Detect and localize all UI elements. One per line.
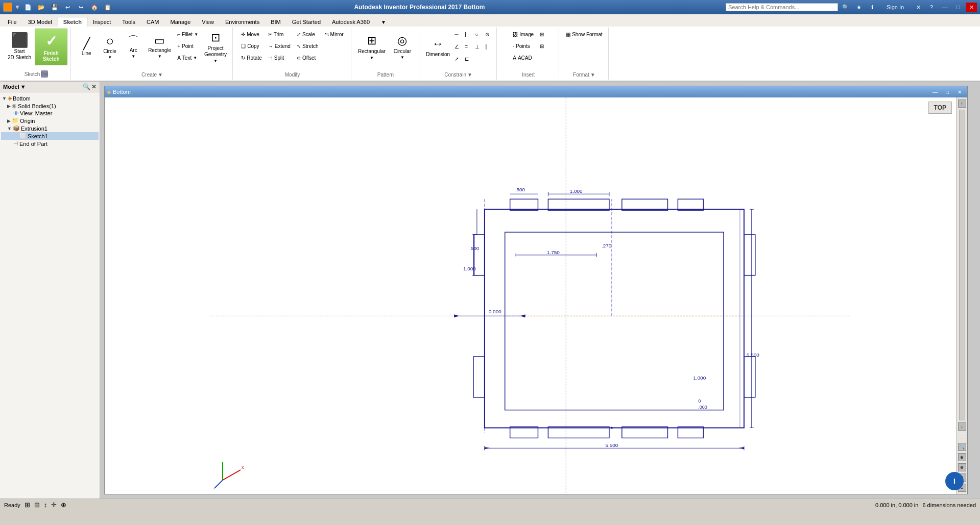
- rpanel-btn-2[interactable]: ↓: [958, 422, 966, 431]
- status-icon-5[interactable]: ⊕: [61, 501, 66, 509]
- circle-btn[interactable]: ○ Circle ▼: [99, 29, 121, 65]
- tab-3dmodel[interactable]: 3D Model: [22, 17, 58, 27]
- file-menu-icon[interactable]: ▼: [14, 4, 20, 11]
- constrain2-btn[interactable]: |: [464, 29, 473, 40]
- constrain5-btn[interactable]: ∠: [453, 41, 463, 52]
- help-btn[interactable]: ?: [926, 3, 937, 12]
- rotate-btn[interactable]: ↻ Rotate: [238, 52, 264, 63]
- drawing-minimize-btn[interactable]: —: [929, 87, 941, 96]
- text-dropdown[interactable]: ▼: [193, 56, 197, 60]
- undo-btn[interactable]: ↩: [62, 3, 74, 12]
- tab-extra[interactable]: ▼: [375, 17, 392, 27]
- info-btn[interactable]: ℹ: [867, 3, 878, 12]
- open-btn[interactable]: 📂: [36, 3, 47, 12]
- acad-btn[interactable]: A ACAD: [510, 52, 536, 63]
- drawing-close-btn[interactable]: ✕: [954, 87, 965, 96]
- text-btn[interactable]: A Text ▼: [175, 52, 201, 63]
- rpanel-btn-1[interactable]: ↑: [958, 99, 966, 108]
- constrain3-btn[interactable]: ○: [474, 29, 483, 40]
- constrain7-btn[interactable]: ⊥: [474, 41, 483, 52]
- tree-item-bottom[interactable]: ▼ ◈ Bottom: [1, 94, 99, 102]
- scale-btn[interactable]: ⤢ Scale: [294, 29, 321, 40]
- constrain10-btn[interactable]: ⊏: [464, 53, 473, 64]
- tab-file[interactable]: File: [2, 17, 22, 27]
- minimize-btn[interactable]: —: [939, 3, 950, 12]
- status-icon-1[interactable]: ⊞: [25, 501, 30, 509]
- home-btn[interactable]: 🏠: [89, 3, 100, 12]
- tree-item-sketch1[interactable]: ⬜ Sketch1: [1, 132, 99, 140]
- create-group-label[interactable]: Create ▼: [75, 71, 229, 79]
- circle-dropdown[interactable]: ▼: [108, 55, 112, 60]
- sign-in-btn[interactable]: Sign In: [880, 3, 911, 12]
- search-input[interactable]: [726, 3, 838, 11]
- rectangle-btn[interactable]: ▭ Rectangle ▼: [146, 29, 174, 65]
- tab-view[interactable]: View: [196, 17, 220, 27]
- rectangular-btn[interactable]: ⊞ Rectangular ▼: [355, 29, 388, 65]
- arc-btn[interactable]: ⌒ Arc ▼: [122, 29, 145, 65]
- insert-extra2[interactable]: ⊞: [537, 40, 546, 52]
- line-btn[interactable]: ╱ Line: [75, 29, 98, 65]
- format-group-label[interactable]: Format ▼: [563, 71, 605, 79]
- project-geometry-dropdown[interactable]: ▼: [213, 59, 218, 63]
- tree-item-solid-bodies[interactable]: ▶ ◉ Solid Bodies(1): [1, 102, 99, 110]
- maximize-btn[interactable]: □: [952, 3, 964, 12]
- tree-item-end-of-part[interactable]: ⊣ End of Part: [1, 140, 99, 147]
- search-icon[interactable]: 🔍: [840, 3, 851, 12]
- status-icon-2[interactable]: ⊟: [34, 501, 40, 509]
- points-btn[interactable]: · Points: [510, 40, 536, 52]
- constrain6-btn[interactable]: =: [464, 41, 473, 52]
- rectangle-dropdown[interactable]: ▼: [158, 54, 162, 59]
- bottom-expand-icon[interactable]: ▼: [2, 96, 7, 101]
- rpanel-scroll-track[interactable]: [959, 110, 965, 420]
- constrain-group-label[interactable]: Constrain ▼: [423, 71, 493, 79]
- circular-btn[interactable]: ◎ Circular ▼: [389, 29, 416, 65]
- trim-btn[interactable]: ✂ Trim: [266, 29, 293, 40]
- copy-btn[interactable]: ❑ Copy: [238, 40, 264, 52]
- tab-bim[interactable]: BIM: [265, 17, 286, 27]
- tab-get-started[interactable]: Get Started: [286, 17, 326, 27]
- tab-cam[interactable]: CAM: [141, 17, 164, 27]
- offset-btn[interactable]: ⊂ Offset: [294, 52, 321, 63]
- finish-sketch-btn[interactable]: ✓ FinishSketch: [35, 29, 67, 65]
- constrain9-btn[interactable]: ↗: [453, 53, 463, 64]
- constrain8-btn[interactable]: ‖: [484, 41, 493, 52]
- redo-btn[interactable]: ↪: [76, 3, 87, 12]
- favorites-btn[interactable]: ★: [853, 3, 865, 12]
- rpanel-zoom-2[interactable]: ⊕: [958, 453, 966, 461]
- stretch-btn[interactable]: ⤡ Stretch: [294, 40, 321, 52]
- new-btn[interactable]: 📄: [22, 3, 34, 12]
- extrusion1-expand-icon[interactable]: ▼: [7, 126, 12, 131]
- exit-label[interactable]: Exit: [41, 70, 48, 78]
- project-geometry-btn[interactable]: ⊡ ProjectGeometry ▼: [202, 29, 229, 65]
- tab-inspect[interactable]: Inspect: [87, 17, 116, 27]
- constrain1-btn[interactable]: ─: [453, 29, 463, 40]
- dimension-btn[interactable]: ↔ Dimension: [423, 29, 452, 65]
- top-view-btn[interactable]: TOP: [928, 102, 952, 114]
- mirror-btn[interactable]: ⇋ Mirror: [322, 29, 346, 40]
- rpanel-zoom-1[interactable]: 🔍: [958, 443, 966, 451]
- canvas-area[interactable]: ◈ Bottom — □ ✕: [100, 82, 980, 498]
- circular-dropdown[interactable]: ▼: [400, 55, 404, 60]
- constrain4-btn[interactable]: ⊙: [484, 29, 493, 40]
- rectangular-dropdown[interactable]: ▼: [370, 56, 374, 60]
- tree-item-origin[interactable]: ▶ 📁 Origin: [1, 117, 99, 124]
- close-btn[interactable]: ✕: [966, 3, 977, 12]
- show-format-btn[interactable]: ▦ Show Format: [563, 29, 605, 40]
- tab-sketch[interactable]: Sketch: [58, 17, 87, 27]
- model-panel-btn[interactable]: Model ▼: [3, 84, 26, 90]
- close-app-btn[interactable]: ✕: [913, 3, 924, 12]
- origin-expand-icon[interactable]: ▶: [7, 118, 11, 123]
- move-btn[interactable]: ✛ Move: [238, 29, 264, 40]
- sidebar-search-icon[interactable]: 🔍: [83, 83, 90, 90]
- solid-bodies-expand-icon[interactable]: ▶: [7, 104, 11, 109]
- tree-item-extrusion1[interactable]: ▼ 📦 Extrusion1: [1, 124, 99, 132]
- tab-autodesk-a360[interactable]: Autodesk A360: [326, 17, 375, 27]
- tab-manage[interactable]: Manage: [165, 17, 197, 27]
- rpanel-zoom-3[interactable]: ⊖: [958, 463, 966, 471]
- insert-extra1[interactable]: ⊞: [537, 29, 546, 40]
- inventor-badge[interactable]: I: [945, 472, 964, 490]
- fillet-btn[interactable]: ⌐ Fillet ▼: [175, 29, 201, 40]
- point-btn[interactable]: + Point: [175, 40, 201, 52]
- tree-item-view-master[interactable]: 👁 View: Master: [1, 110, 99, 117]
- status-icon-3[interactable]: ↕: [44, 501, 47, 509]
